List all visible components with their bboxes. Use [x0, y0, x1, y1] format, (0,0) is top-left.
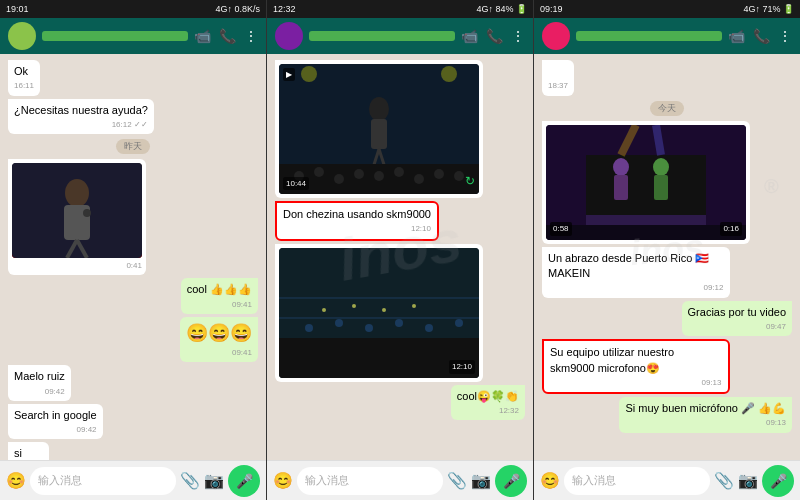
- menu-icon-1[interactable]: ⋮: [244, 28, 258, 44]
- video-icon-2[interactable]: 📹: [461, 28, 478, 44]
- svg-point-16: [334, 174, 344, 184]
- msg-text: [548, 65, 551, 77]
- video-timestamp: ▶: [283, 68, 295, 81]
- msg-cool-sent: cool😜🍀👏 12:32: [451, 385, 525, 421]
- msg-time: 16:12 ✓✓: [14, 119, 148, 130]
- input-placeholder-1: 输入消息: [38, 473, 82, 488]
- svg-rect-10: [371, 119, 387, 149]
- svg-point-20: [414, 174, 424, 184]
- video-icon-3[interactable]: 📹: [728, 28, 745, 44]
- message-input-1[interactable]: 输入消息: [30, 467, 176, 495]
- msg-time: 09:13: [625, 417, 786, 428]
- msg-image-content: puerto rico singer Maelo Ruiz using skm …: [12, 163, 142, 258]
- msg-text: Ok: [14, 65, 28, 77]
- msg-ok: Ok 16:11: [8, 60, 40, 96]
- msg-abrazo: Un abrazo desde Puerto Rico 🇵🇷 MAKEIN 09…: [542, 247, 730, 298]
- video-icon-1[interactable]: 📹: [194, 28, 211, 44]
- svg-rect-38: [586, 155, 706, 215]
- video-stage2-content: 12:10: [279, 248, 479, 378]
- chat-header-3: 📹 📞 ⋮: [534, 18, 800, 54]
- chat-messages-3: 18:37 今天: [534, 54, 800, 460]
- svg-rect-40: [614, 175, 628, 200]
- message-input-2[interactable]: 输入消息: [297, 467, 443, 495]
- msg-time: 12:10: [283, 223, 431, 234]
- svg-point-41: [653, 158, 669, 176]
- svg-point-28: [335, 319, 343, 327]
- camera-icon-3[interactable]: 📷: [738, 471, 758, 490]
- msg-don-chezina: Don chezina usando skm9000 12:10: [275, 201, 439, 241]
- input-placeholder-2: 输入消息: [305, 473, 349, 488]
- svg-point-1: [65, 179, 89, 207]
- header-icons-1[interactable]: 📹 📞 ⋮: [194, 28, 258, 44]
- avatar-2: [275, 22, 303, 50]
- time-2: 12:32: [273, 4, 296, 14]
- signal-1: 4G↑ 0.8K/s: [215, 4, 260, 14]
- msg-concert-video: 0:58 0:16: [542, 121, 750, 244]
- svg-rect-46: [546, 225, 746, 240]
- msg-gracias: Gracias por tu video 09:47: [682, 301, 792, 337]
- chat-panel-3: 09:19 4G↑ 71% 🔋 📹 📞 ⋮ 18:37 今天: [534, 0, 800, 500]
- svg-point-22: [454, 171, 464, 181]
- chat-panel-2: 12:32 4G↑ 84% 🔋 📹 📞 ⋮: [267, 0, 534, 500]
- mic-button-1[interactable]: 🎤: [228, 465, 260, 497]
- msg-text: Maelo ruiz: [14, 370, 65, 382]
- call-icon-2[interactable]: 📞: [486, 28, 503, 44]
- msg-text: Su equipo utilizar nuestro skm9000 micro…: [550, 346, 674, 373]
- msg-text: Search in google: [14, 409, 97, 421]
- chat-bottom-3[interactable]: 😊 输入消息 📎 📷 🎤: [534, 460, 800, 500]
- svg-point-30: [395, 319, 403, 327]
- svg-point-33: [322, 308, 326, 312]
- contact-name-3: [576, 31, 722, 41]
- msg-text: Si muy buen micrófono 🎤 👍💪: [625, 402, 786, 414]
- header-icons-2[interactable]: 📹 📞 ⋮: [461, 28, 525, 44]
- concert-video-content: 0:58 0:16: [546, 125, 746, 240]
- status-bar-2: 12:32 4G↑ 84% 🔋: [267, 0, 533, 18]
- video-duration2: 12:10: [449, 360, 475, 373]
- video-duration-left: 0:58: [550, 222, 572, 235]
- video-duration: 10:44: [283, 177, 309, 190]
- message-input-3[interactable]: 输入消息: [564, 467, 710, 495]
- msg-time: 09:41: [186, 347, 252, 358]
- signal-3: 4G↑ 71% 🔋: [743, 4, 794, 14]
- status-bar-3: 09:19 4G↑ 71% 🔋: [534, 0, 800, 18]
- svg-point-15: [314, 167, 324, 177]
- emoji-icon-2[interactable]: 😊: [273, 471, 293, 490]
- call-icon-1[interactable]: 📞: [219, 28, 236, 44]
- call-icon-3[interactable]: 📞: [753, 28, 770, 44]
- msg-maelo-ruiz: Maelo ruiz 09:42: [8, 365, 71, 401]
- menu-icon-3[interactable]: ⋮: [778, 28, 792, 44]
- msg-si: si 09:46 ✓: [8, 442, 49, 460]
- msg-search-google: Search in google 09:42: [8, 404, 103, 440]
- camera-icon-1[interactable]: 📷: [204, 471, 224, 490]
- attach-icon-2[interactable]: 📎: [447, 471, 467, 490]
- svg-point-18: [374, 171, 384, 181]
- msg-time: 09:42: [14, 386, 65, 397]
- emoji-icon-1[interactable]: 😊: [6, 471, 26, 490]
- svg-point-39: [613, 158, 629, 176]
- attach-icon-3[interactable]: 📎: [714, 471, 734, 490]
- chat-bottom-2[interactable]: 😊 输入消息 📎 📷 🎤: [267, 460, 533, 500]
- svg-point-29: [365, 324, 373, 332]
- chat-bottom-1[interactable]: 😊 输入消息 📎 📷 🎤: [0, 460, 266, 500]
- day-divider-3: 今天: [650, 101, 684, 116]
- header-icons-3[interactable]: 📹 📞 ⋮: [728, 28, 792, 44]
- svg-point-27: [305, 324, 313, 332]
- mic-button-2[interactable]: 🎤: [495, 465, 527, 497]
- emoji-icon-3[interactable]: 😊: [540, 471, 560, 490]
- camera-icon-2[interactable]: 📷: [471, 471, 491, 490]
- chat-header-2: 📹 📞 ⋮: [267, 18, 533, 54]
- msg-time: 12:32: [457, 405, 519, 416]
- msg-text: si: [14, 447, 22, 459]
- mic-button-3[interactable]: 🎤: [762, 465, 794, 497]
- forward-icon: ↻: [465, 173, 475, 190]
- attach-icon-1[interactable]: 📎: [180, 471, 200, 490]
- msg-video-stage: ▶ 10:44 ↻: [275, 60, 483, 198]
- contact-name-2: [309, 31, 455, 41]
- menu-icon-2[interactable]: ⋮: [511, 28, 525, 44]
- msg-time: 09:42: [14, 424, 97, 435]
- signal-2: 4G↑ 84% 🔋: [476, 4, 527, 14]
- msg-time: 09:41: [187, 299, 252, 310]
- msg-time: 09:47: [688, 321, 786, 332]
- day-divider-1: 昨天: [116, 139, 150, 154]
- svg-point-35: [382, 308, 386, 312]
